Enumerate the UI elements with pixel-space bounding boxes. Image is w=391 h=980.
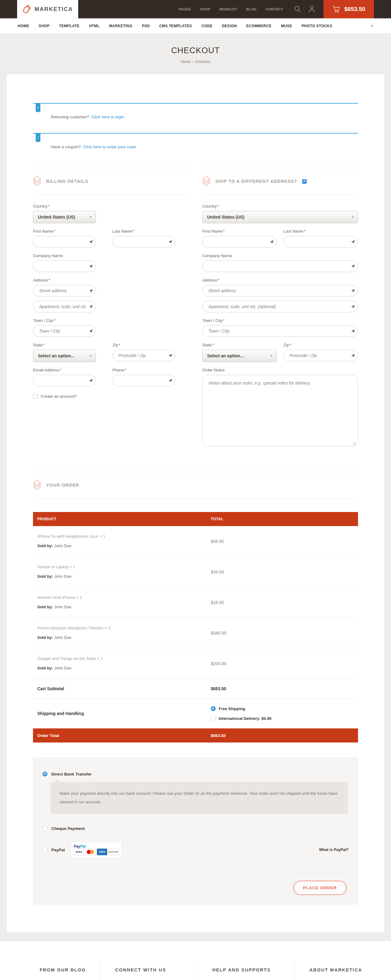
top-nav-contact[interactable]: CONTACT <box>266 7 283 11</box>
top-nav-shop[interactable]: SHOP <box>200 7 210 11</box>
brand-logo[interactable]: MARKETICA <box>17 0 78 18</box>
cart-total: $653.50 <box>344 6 366 13</box>
billing-email-input[interactable] <box>33 375 96 387</box>
shipping-handling-label: Shipping and Handling <box>37 711 211 716</box>
billing-last-name-input[interactable] <box>113 236 175 248</box>
diamond-stack-icon <box>33 176 41 186</box>
breadcrumb-current: Checkout <box>195 60 210 64</box>
nav-cms-templates[interactable]: CMS TEMPLATES <box>159 24 192 28</box>
shipping-last-name-label: Last Name* <box>283 229 358 234</box>
info-icon: i <box>36 133 40 142</box>
total-column-header: TOTAL <box>211 517 223 521</box>
billing-phone-input[interactable] <box>113 375 175 387</box>
shipping-zip-label: Zip* <box>283 343 358 347</box>
billing-address-label: Address* <box>33 278 96 282</box>
sold-by-label: Sold by: <box>37 544 53 548</box>
login-link[interactable]: Click here to login <box>91 115 124 119</box>
product-name: Gadget and Things on the Table × 1 <box>37 656 211 661</box>
shipping-first-name-input[interactable] <box>202 236 277 248</box>
shipping-zip-input[interactable] <box>283 350 358 361</box>
top-nav: PAGES SHOP WISHLIST BLOG CONTACT <box>178 7 283 11</box>
shipping-country-select[interactable]: United States (US)▼ <box>202 211 358 223</box>
billing-state-select[interactable]: Select an option...▼ <box>33 350 96 362</box>
order-item-row: Proton Absolute Wordpress Themes × 1 Sol… <box>33 618 358 648</box>
nav-more-chevron-icon[interactable]: » <box>370 25 375 27</box>
shipping-apartment-input[interactable] <box>202 301 358 312</box>
user-account-icon[interactable] <box>308 5 316 13</box>
breadcrumb-separator: › <box>192 60 193 64</box>
direct-bank-transfer-radio[interactable] <box>43 772 47 776</box>
payment-methods-box: Direct Bank Transfer Make your payment d… <box>33 757 358 905</box>
order-item-row: Gadget and Things on the Table × 1 Sold … <box>33 648 358 679</box>
billing-town-input[interactable] <box>33 325 96 337</box>
nav-code[interactable]: CODE <box>201 24 212 28</box>
your-order-title: YOUR ORDER <box>46 483 79 488</box>
order-item-row: iPhone 5s with Headphones Jack × 1 Sold … <box>33 526 358 557</box>
create-account-checkbox[interactable] <box>33 394 38 399</box>
billing-first-name-input[interactable] <box>33 236 96 248</box>
product-name: iPhone 5s with Headphones Jack × 1 <box>37 534 211 539</box>
resize-handle-icon[interactable] <box>353 442 356 445</box>
ship-different-checkbox[interactable] <box>302 179 307 184</box>
paypal-radio[interactable] <box>43 847 47 852</box>
paypal-logo: PayPal <box>74 844 86 848</box>
top-nav-blog[interactable]: BLOG <box>246 7 257 11</box>
cheque-payment-radio[interactable] <box>43 826 47 831</box>
returning-customer-text: Returning customer? <box>51 115 89 119</box>
order-table: PRODUCT TOTAL iPhone 5s with Headphones … <box>33 512 358 743</box>
shipping-state-select[interactable]: Select an option...▼ <box>202 350 277 362</box>
billing-phone-label: Phone* <box>113 368 175 372</box>
nav-psd[interactable]: PSD <box>142 24 150 28</box>
free-shipping-radio[interactable] <box>211 706 216 711</box>
place-order-button[interactable]: PLACE ORDER <box>293 881 347 895</box>
billing-apartment-input[interactable] <box>33 301 96 312</box>
amex-card-icon: AMEX <box>97 848 107 855</box>
search-icon[interactable] <box>294 5 302 13</box>
international-delivery-radio[interactable] <box>211 716 216 721</box>
billing-zip-input[interactable] <box>113 350 175 361</box>
shipping-town-input[interactable] <box>202 325 358 337</box>
top-nav-pages[interactable]: PAGES <box>178 7 191 11</box>
billing-town-label: Town / City* <box>33 318 96 323</box>
billing-country-select[interactable]: United States (US)▼ <box>33 211 96 223</box>
footer-about-column: ABOUT MARKETICA ec mollis lorem consequa… <box>294 959 391 980</box>
shipping-company-input[interactable] <box>202 261 358 272</box>
nav-muse[interactable]: MUSE <box>281 24 292 28</box>
shipping-column: SHIP TO A DIFFERENT ADDRESS? Country* Un… <box>202 168 358 453</box>
footer-blog-column: FROM OUR BLOG How To Start Your Own Fash… <box>0 959 100 980</box>
order-total-value: $653.50 <box>211 733 226 738</box>
billing-zip-label: Zip* <box>113 343 175 347</box>
product-name: Women Hold iPhone × 1 <box>37 595 211 600</box>
cart-button[interactable]: $653.50 <box>324 0 374 18</box>
footer-help-column: HELP AND SUPPORTS Help Knowladge Base Co… <box>197 959 294 980</box>
order-notes-textarea[interactable] <box>202 375 358 446</box>
seller-name: John Doe <box>54 574 72 579</box>
nav-home[interactable]: HOME <box>18 24 29 28</box>
what-is-paypal-link[interactable]: What is PayPal? <box>319 848 348 852</box>
nav-html[interactable]: HTML <box>89 24 100 28</box>
footer: FROM OUR BLOG How To Start Your Own Fash… <box>0 941 391 980</box>
coupon-notice: i Have a coupon? Click here to enter you… <box>33 133 358 151</box>
billing-street-input[interactable] <box>33 285 96 296</box>
nav-design[interactable]: DESIGN <box>222 24 237 28</box>
nav-marketing[interactable]: MARKETING <box>109 24 132 28</box>
nav-template[interactable]: TEMPLATE <box>59 24 79 28</box>
breadcrumb-home-link[interactable]: Home <box>181 60 191 64</box>
price-tag-logo-icon <box>22 4 32 14</box>
order-total-label: Order Total <box>37 733 211 738</box>
seller-name: John Doe <box>54 605 72 609</box>
order-notes-label: Order Notes <box>202 368 358 372</box>
shipping-street-input[interactable] <box>202 285 358 296</box>
seller-name: John Doe <box>54 666 72 670</box>
seller-name: John Doe <box>54 635 72 640</box>
billing-company-input[interactable] <box>33 261 96 272</box>
billing-details-title: BILLING DETAILS <box>46 179 88 184</box>
coupon-link[interactable]: Click here to enter your code <box>83 145 136 149</box>
top-nav-wishlist[interactable]: WISHLIST <box>219 7 237 11</box>
shipping-last-name-input[interactable] <box>283 236 358 248</box>
cheque-payment-label: Cheque Payment <box>51 826 85 831</box>
nav-shop[interactable]: SHOP <box>39 24 50 28</box>
nav-ecommerce[interactable]: ECOMMERCE <box>246 24 272 28</box>
nav-photo-stocks[interactable]: PHOTO STOCKS <box>302 24 332 28</box>
free-shipping-label: Free Shipping <box>219 706 245 711</box>
